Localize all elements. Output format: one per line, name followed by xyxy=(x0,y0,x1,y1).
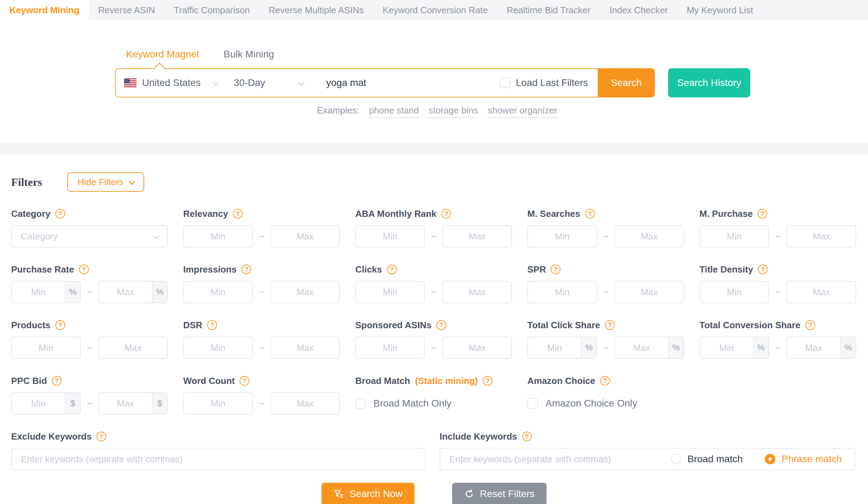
impressions-max-input[interactable] xyxy=(270,281,340,303)
broad-match-radio-option[interactable]: Broad match xyxy=(671,454,743,465)
dsr-max-input[interactable] xyxy=(270,337,340,359)
range-separator: ~ xyxy=(253,287,270,298)
impressions-min-input[interactable] xyxy=(183,281,253,303)
range-separator: ~ xyxy=(81,342,98,353)
purchase-rate-max-input[interactable] xyxy=(99,282,152,302)
clicks-max-input[interactable] xyxy=(442,281,512,303)
amazon-choice-only-checkbox[interactable] xyxy=(527,398,538,409)
broad-match-only-checkbox[interactable] xyxy=(355,398,366,409)
tab-keyword-magnet[interactable]: Keyword Magnet xyxy=(126,49,199,60)
title-density-max-input[interactable] xyxy=(786,281,856,303)
products-min-input[interactable] xyxy=(11,337,81,359)
help-icon[interactable]: ? xyxy=(441,209,451,219)
word-count-min-input[interactable] xyxy=(183,392,253,415)
range-separator: ~ xyxy=(253,342,270,353)
help-icon[interactable]: ? xyxy=(758,209,767,219)
amazon-choice-only-toggle[interactable]: Amazon Choice Only xyxy=(527,392,684,415)
help-icon[interactable]: ? xyxy=(522,432,532,441)
help-icon[interactable]: ? xyxy=(241,265,251,274)
range-separator: ~ xyxy=(425,287,442,298)
dsr-min-input[interactable] xyxy=(183,337,253,359)
m-purchase-min-input[interactable] xyxy=(699,225,769,247)
chevron-down-icon[interactable] xyxy=(213,79,219,85)
broad-match-only-toggle[interactable]: Broad Match Only xyxy=(355,392,512,415)
sponsored-asins-min-input[interactable] xyxy=(355,337,425,359)
spr-max-input[interactable] xyxy=(614,281,684,303)
load-last-filters-toggle[interactable]: Load Last Filters xyxy=(500,77,588,88)
help-icon[interactable]: ? xyxy=(96,432,106,441)
tab-bulk-mining[interactable]: Bulk Mining xyxy=(224,49,274,60)
help-icon[interactable]: ? xyxy=(758,265,768,274)
m-searches-max-input[interactable] xyxy=(614,225,684,247)
word-count-max-input[interactable] xyxy=(270,392,340,415)
help-icon[interactable]: ? xyxy=(436,320,446,330)
filter-label: M. Purchase xyxy=(699,208,753,219)
products-max-input[interactable] xyxy=(98,337,168,359)
example-link-storage-bins[interactable]: storage bins xyxy=(429,105,478,118)
nav-item-my-keyword-list[interactable]: My Keyword List xyxy=(677,0,762,20)
aba-rank-max-input[interactable] xyxy=(442,225,512,247)
examples-label: Examples: xyxy=(317,105,359,116)
spr-min-input[interactable] xyxy=(527,281,597,303)
clicks-min-input[interactable] xyxy=(355,281,425,303)
help-icon[interactable]: ? xyxy=(600,376,610,386)
aba-rank-min-input[interactable] xyxy=(355,225,425,247)
help-icon[interactable]: ? xyxy=(207,320,217,330)
exclude-keywords-input[interactable] xyxy=(11,448,426,470)
total-conversion-share-min-input[interactable] xyxy=(700,337,753,358)
nav-item-index-checker[interactable]: Index Checker xyxy=(600,0,677,20)
total-conversion-share-max-input[interactable] xyxy=(787,337,840,358)
help-icon[interactable]: ? xyxy=(551,265,560,274)
filter-label: Total Click Share xyxy=(527,320,600,331)
help-icon[interactable]: ? xyxy=(55,209,65,219)
ppc-bid-min-input[interactable] xyxy=(12,393,65,414)
example-link-shower-organizer[interactable]: shower organizer xyxy=(488,105,557,118)
category-select[interactable]: Category xyxy=(11,225,168,247)
search-button[interactable]: Search xyxy=(598,68,655,97)
load-last-filters-label: Load Last Filters xyxy=(516,77,588,88)
hide-filters-button[interactable]: Hide Filters xyxy=(67,172,144,192)
load-last-filters-checkbox[interactable] xyxy=(500,78,510,88)
help-icon[interactable]: ? xyxy=(605,320,615,330)
ppc-bid-max-input[interactable] xyxy=(99,393,152,414)
help-icon[interactable]: ? xyxy=(79,265,89,274)
nav-item-traffic-comparison[interactable]: Traffic Comparison xyxy=(164,0,259,20)
help-icon[interactable]: ? xyxy=(233,209,243,219)
filter-label: M. Searches xyxy=(527,208,580,219)
radio-icon[interactable] xyxy=(671,454,681,464)
radio-icon-selected[interactable] xyxy=(765,454,775,464)
sponsored-asins-max-input[interactable] xyxy=(442,337,512,359)
nav-item-reverse-multiple-asins[interactable]: Reverse Multiple ASINs xyxy=(259,0,373,20)
title-density-min-input[interactable] xyxy=(699,281,769,303)
nav-item-keyword-mining[interactable]: Keyword Mining xyxy=(0,0,89,20)
section-divider-band xyxy=(0,142,868,155)
total-click-share-min-input[interactable] xyxy=(528,337,581,358)
filter-broad-match: Broad Match (Static mining) ? Broad Matc… xyxy=(355,375,512,415)
keyword-search-input[interactable]: yoga mat xyxy=(326,77,366,88)
example-link-phone-stand[interactable]: phone stand xyxy=(369,105,419,118)
phrase-match-radio-option[interactable]: Phrase match xyxy=(765,454,842,465)
help-icon[interactable]: ? xyxy=(585,209,595,219)
nav-item-keyword-conversion-rate[interactable]: Keyword Conversion Rate xyxy=(373,0,497,20)
purchase-rate-min-input[interactable] xyxy=(12,282,65,302)
help-icon[interactable]: ? xyxy=(805,320,815,330)
help-icon[interactable]: ? xyxy=(52,376,62,386)
relevancy-min-input[interactable] xyxy=(183,225,253,247)
search-history-button[interactable]: Search History xyxy=(668,68,750,97)
total-click-share-max-input[interactable] xyxy=(615,337,668,358)
search-now-button[interactable]: Search Now xyxy=(321,483,414,504)
help-icon[interactable]: ? xyxy=(387,265,397,274)
help-icon[interactable]: ? xyxy=(240,376,249,386)
country-select[interactable]: United States xyxy=(142,77,201,88)
nav-item-reverse-asin[interactable]: Reverse ASIN xyxy=(89,0,164,20)
relevancy-max-input[interactable] xyxy=(270,225,340,247)
period-select[interactable]: 30-Day xyxy=(234,77,265,88)
help-icon[interactable]: ? xyxy=(55,320,65,330)
m-purchase-max-input[interactable] xyxy=(786,225,856,247)
help-icon[interactable]: ? xyxy=(483,376,493,386)
nav-item-realtime-bid-tracker[interactable]: Realtime Bid Tracker xyxy=(497,0,600,20)
reset-filters-button[interactable]: Reset Filters xyxy=(452,483,547,504)
chevron-down-icon[interactable] xyxy=(298,79,304,85)
include-keywords-input[interactable] xyxy=(442,454,649,465)
m-searches-min-input[interactable] xyxy=(527,225,597,247)
